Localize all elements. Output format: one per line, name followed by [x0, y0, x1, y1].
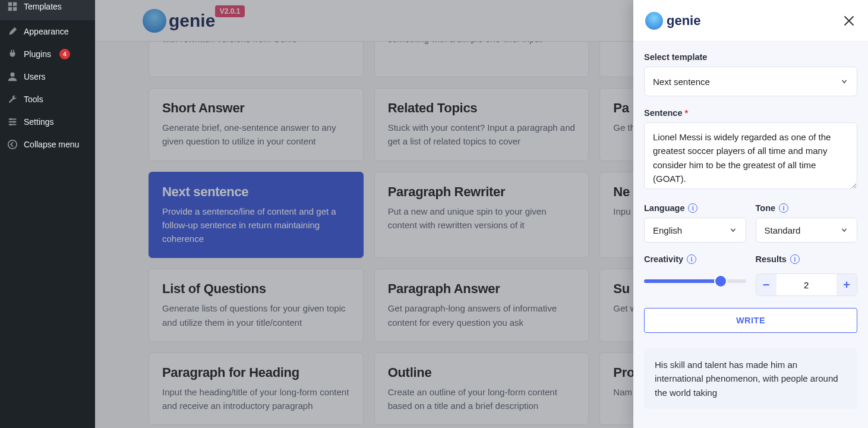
slider-fill [644, 279, 721, 283]
sentence-input[interactable] [644, 122, 857, 189]
sidebar-item-collapse[interactable]: Collapse menu [0, 133, 95, 156]
tone-select-value: Standard [765, 225, 801, 235]
panel-brand-text: genie [667, 13, 700, 29]
sliders-icon [7, 117, 18, 127]
creativity-slider[interactable] [644, 279, 746, 283]
language-field: Language i English [644, 203, 746, 243]
svg-rect-0 [8, 2, 12, 6]
close-icon[interactable] [842, 14, 856, 28]
plugins-update-badge: 4 [59, 49, 70, 59]
svg-rect-3 [13, 7, 17, 11]
generated-result[interactable]: His skill and talent has made him an int… [644, 348, 857, 409]
svg-rect-1 [13, 2, 17, 6]
collapse-icon [7, 139, 18, 150]
panel-body: Select template Next sentence Sentence *… [633, 42, 868, 428]
genie-mascot-icon [645, 12, 663, 30]
panel-header: genie [633, 0, 868, 42]
creativity-label: Creativity [644, 254, 683, 264]
template-select[interactable]: Next sentence [644, 67, 857, 96]
creativity-results-row: Creativity i Results i − 2 + [644, 254, 857, 296]
brush-icon [7, 26, 18, 37]
sidebar-item-settings[interactable]: Settings [0, 111, 95, 133]
user-icon [7, 71, 18, 82]
chevron-down-icon [840, 226, 848, 234]
info-icon[interactable]: i [779, 203, 788, 213]
results-increment-button[interactable]: + [837, 274, 857, 295]
svg-point-6 [13, 121, 15, 123]
sidebar-item-label: Collapse menu [24, 140, 79, 149]
template-field: Select template Next sentence [644, 52, 857, 96]
sidebar-item-label: Tools [24, 95, 43, 104]
svg-point-4 [10, 73, 14, 77]
sidebar-item-label: Settings [24, 117, 54, 127]
sidebar-item-plugins[interactable]: Plugins 4 [0, 43, 95, 65]
sidebar-item-templates[interactable]: Templates [0, 0, 95, 20]
results-decrement-button[interactable]: − [756, 274, 777, 295]
sidebar-item-appearance[interactable]: Appearance [0, 20, 95, 43]
required-asterisk: * [685, 108, 689, 118]
chevron-down-icon [840, 77, 848, 86]
language-select[interactable]: English [644, 218, 746, 243]
svg-point-5 [10, 118, 12, 121]
results-value: 2 [777, 280, 837, 290]
wp-admin-sidebar: Templates Appearance Plugins 4 Users Too… [0, 0, 95, 428]
template-label: Select template [644, 52, 857, 62]
lang-tone-row: Language i English Tone i Standard [644, 203, 857, 243]
tone-field: Tone i Standard [756, 203, 858, 243]
language-select-value: English [653, 225, 682, 235]
sidebar-item-tools[interactable]: Tools [0, 88, 95, 111]
tone-select[interactable]: Standard [756, 218, 858, 243]
sidebar-item-users[interactable]: Users [0, 65, 95, 88]
tone-label: Tone [756, 203, 776, 213]
chevron-down-icon [729, 226, 737, 234]
sidebar-item-label: Users [24, 72, 46, 81]
svg-point-7 [10, 124, 12, 126]
results-label: Results [756, 254, 787, 264]
wrench-icon [7, 94, 18, 105]
sentence-label: Sentence * [644, 108, 857, 118]
language-label: Language [644, 203, 684, 213]
sidebar-item-label: Appearance [24, 27, 69, 36]
template-select-value: Next sentence [653, 77, 710, 87]
info-icon[interactable]: i [687, 254, 696, 264]
plug-icon [7, 49, 18, 59]
genie-side-panel: genie Select template Next sentence Sent… [633, 0, 868, 428]
creativity-field: Creativity i [644, 254, 746, 296]
slider-thumb[interactable] [715, 276, 726, 287]
svg-rect-2 [8, 7, 12, 11]
info-icon[interactable]: i [688, 203, 697, 213]
sidebar-item-label: Plugins [24, 49, 51, 59]
templates-icon [7, 1, 18, 12]
sidebar-item-label: Templates [24, 2, 62, 11]
sentence-field: Sentence * [644, 108, 857, 191]
svg-point-8 [8, 140, 17, 149]
write-button[interactable]: WRITE [644, 308, 857, 333]
info-icon[interactable]: i [790, 254, 800, 264]
results-field: Results i − 2 + [756, 254, 858, 296]
results-stepper: − 2 + [756, 273, 858, 296]
panel-logo: genie [645, 12, 700, 30]
